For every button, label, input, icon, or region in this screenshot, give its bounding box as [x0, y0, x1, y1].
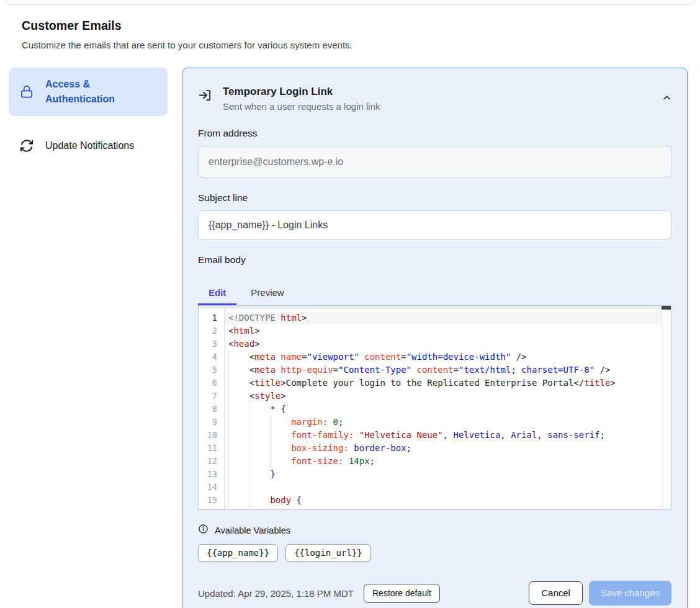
- sidebar-item-label: Update Notifications: [45, 138, 134, 153]
- editor-scrollbar-thumb[interactable]: [662, 306, 671, 310]
- available-variables-label: Available Variables: [215, 525, 290, 535]
- restore-default-button[interactable]: Restore default: [364, 584, 440, 603]
- code-line[interactable]: background-color: #f9f9f9;: [225, 507, 662, 509]
- line-number: 9: [199, 416, 224, 429]
- line-number: 4: [199, 351, 224, 364]
- from-address-label: From address: [198, 128, 671, 139]
- previous-card-edge: [5, 0, 695, 5]
- panel-title: Temporary Login Link: [223, 86, 380, 98]
- line-number: 3: [199, 338, 224, 351]
- line-number: 1: [199, 311, 224, 324]
- page-subtitle: Customize the emails that are sent to yo…: [22, 40, 700, 50]
- code-line[interactable]: <head>: [225, 338, 662, 351]
- page-header: Customer Emails Customize the emails tha…: [22, 19, 700, 50]
- code-line[interactable]: * {: [225, 403, 662, 416]
- tab-preview[interactable]: Preview: [240, 280, 294, 305]
- sidebar-item-update-notifications[interactable]: Update Notifications: [9, 128, 168, 163]
- chevron-up-icon[interactable]: [662, 93, 671, 105]
- variable-chips: {{app_name}}{{login_url}}: [198, 544, 671, 562]
- info-icon: [198, 524, 209, 537]
- line-number: 10: [199, 429, 224, 442]
- line-number: 15: [199, 494, 224, 507]
- email-template-panel: Temporary Login Link Sent when a user re…: [182, 68, 688, 608]
- subject-line-label: Subject line: [198, 192, 671, 203]
- sidebar: Access & AuthenticationUpdate Notificati…: [9, 68, 168, 163]
- code-line[interactable]: margin: 0;: [225, 416, 662, 429]
- editor-scrollbar-track: [199, 306, 671, 309]
- code-line[interactable]: [225, 481, 662, 494]
- line-number: 6: [199, 377, 224, 390]
- line-number: 16: [199, 507, 224, 510]
- line-number: 7: [199, 390, 224, 403]
- line-number: 8: [199, 403, 224, 416]
- variable-chip[interactable]: {{login_url}}: [285, 544, 371, 562]
- code-line[interactable]: font-size: 14px;: [225, 455, 662, 468]
- line-number: 5: [199, 364, 224, 377]
- panel-footer: Updated: Apr 29, 2025, 1:18 PM MDT Resto…: [198, 581, 671, 606]
- line-number: 13: [199, 468, 224, 481]
- code-line[interactable]: body {: [225, 494, 662, 507]
- line-number: 11: [199, 442, 224, 455]
- code-line[interactable]: <!DOCTYPE html>: [225, 311, 662, 324]
- code-line[interactable]: <title>Complete your login to the Replic…: [225, 377, 662, 390]
- sync-icon: [19, 138, 35, 154]
- editor-code[interactable]: <!DOCTYPE html><html><head> <meta name="…: [225, 306, 662, 509]
- editor-scrollbar-gutter: [662, 309, 671, 509]
- sidebar-item-access-authentication[interactable]: Access & Authentication: [9, 68, 168, 116]
- line-number: 2: [199, 324, 224, 338]
- panel-subtitle: Sent when a user requests a login link: [223, 101, 380, 112]
- page-title: Customer Emails: [22, 19, 700, 33]
- code-line[interactable]: box-sizing: border-box;: [225, 442, 662, 455]
- lock-icon: [19, 84, 35, 100]
- code-line[interactable]: <html>: [225, 324, 662, 338]
- email-body-tabs: EditPreview: [198, 280, 671, 305]
- code-line[interactable]: }: [225, 468, 662, 481]
- code-line[interactable]: <meta name="viewport" content="width=dev…: [225, 351, 662, 364]
- panel-header: Temporary Login Link Sent when a user re…: [198, 82, 671, 113]
- email-body-label: Email body: [198, 254, 671, 266]
- from-address-input[interactable]: [198, 146, 671, 177]
- line-number: 14: [199, 481, 224, 494]
- editor-line-numbers: 12345678910111213141516: [199, 306, 225, 509]
- login-icon: [198, 88, 212, 105]
- code-line[interactable]: <style>: [225, 390, 662, 403]
- cancel-button[interactable]: Cancel: [529, 581, 583, 605]
- updated-timestamp: Updated: Apr 29, 2025, 1:18 PM MDT: [198, 588, 354, 599]
- sidebar-item-label: Access & Authentication: [45, 77, 158, 107]
- code-editor[interactable]: 12345678910111213141516 <!DOCTYPE html><…: [198, 305, 671, 510]
- save-changes-button[interactable]: Save changes: [589, 581, 671, 606]
- subject-line-input[interactable]: [198, 210, 671, 239]
- code-line[interactable]: font-family: "Helvetica Neue", Helvetica…: [225, 429, 662, 442]
- code-line[interactable]: <meta http-equiv="Content-Type" content=…: [225, 364, 662, 377]
- line-number: 12: [199, 455, 224, 468]
- tab-edit[interactable]: Edit: [198, 280, 236, 305]
- variable-chip[interactable]: {{app_name}}: [198, 544, 278, 562]
